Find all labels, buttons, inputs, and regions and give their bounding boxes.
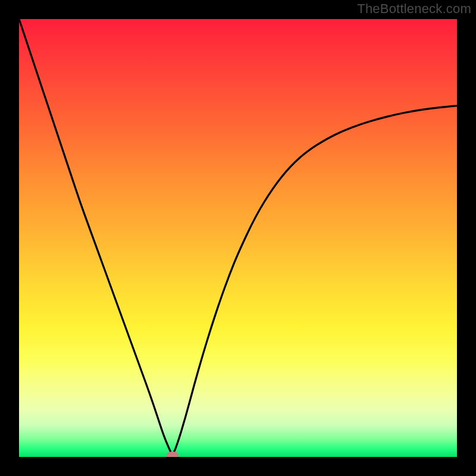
chart-frame: TheBottleneck.com xyxy=(0,0,476,476)
plot-area xyxy=(19,19,457,457)
watermark-text: TheBottleneck.com xyxy=(357,1,471,17)
minimum-marker xyxy=(167,452,178,457)
bottleneck-curve xyxy=(19,19,457,457)
